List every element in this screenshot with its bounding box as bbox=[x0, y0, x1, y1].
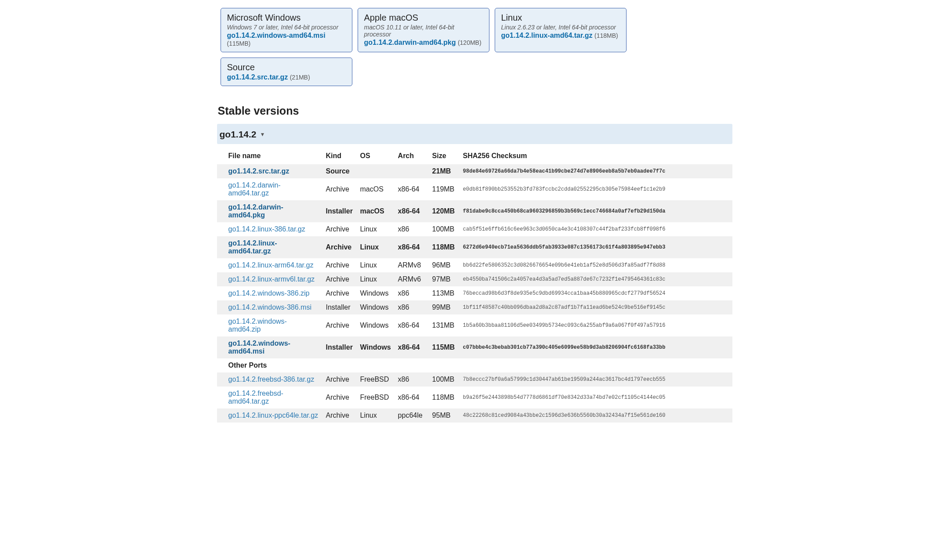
featured-subtitle: Linux 2.6.23 or later, Intel 64-bit proc… bbox=[501, 24, 620, 31]
cell-kind: Installer bbox=[322, 300, 357, 314]
download-link[interactable]: go1.14.2.linux-arm64.tar.gz bbox=[228, 261, 314, 269]
cell-arch: x86 bbox=[395, 222, 429, 236]
featured-downloads: Microsoft WindowsWindows 7 or later, Int… bbox=[217, 0, 732, 91]
featured-subtitle: Windows 7 or later, Intel 64-bit process… bbox=[227, 24, 346, 31]
table-row: go1.14.2.windows-386.msiInstallerWindows… bbox=[217, 300, 732, 314]
cell-os: macOS bbox=[357, 200, 395, 222]
cell-kind: Archive bbox=[322, 178, 357, 200]
cell-os: FreeBSD bbox=[357, 372, 395, 387]
cell-size: 113MB bbox=[429, 286, 460, 300]
featured-title: Microsoft Windows bbox=[227, 13, 346, 23]
col-sha: SHA256 Checksum bbox=[460, 148, 732, 164]
section-title-stable: Stable versions bbox=[218, 105, 732, 117]
version-label: go1.14.2 bbox=[220, 129, 257, 140]
cell-arch: x86-64 bbox=[395, 236, 429, 258]
col-size: Size bbox=[429, 148, 460, 164]
table-row: go1.14.2.linux-armv6l.tar.gzArchiveLinux… bbox=[217, 272, 732, 286]
cell-size: 120MB bbox=[429, 200, 460, 222]
cell-sha: 98de84e69726a66da7b4e58eac41b99cbe274d7e… bbox=[460, 164, 732, 178]
cell-size: 100MB bbox=[429, 372, 460, 387]
page-container: Microsoft WindowsWindows 7 or later, Int… bbox=[217, 0, 732, 436]
featured-file-link[interactable]: go1.14.2.linux-amd64.tar.gz bbox=[501, 32, 593, 39]
cell-sha: 48c22268c81ced9084a43bbe2c1596d3e636b556… bbox=[460, 408, 732, 423]
other-ports-header: Other Ports bbox=[217, 358, 732, 372]
cell-kind: Archive bbox=[322, 372, 357, 387]
download-link[interactable]: go1.14.2.linux-ppc64le.tar.gz bbox=[228, 412, 319, 419]
cell-arch: x86 bbox=[395, 286, 429, 300]
table-row: go1.14.2.src.tar.gzSource21MB98de84e6972… bbox=[217, 164, 732, 178]
table-row: go1.14.2.linux-arm64.tar.gzArchiveLinuxA… bbox=[217, 258, 732, 272]
cell-arch: ARMv8 bbox=[395, 258, 429, 272]
table-row: go1.14.2.windows-amd64.zipArchiveWindows… bbox=[217, 314, 732, 336]
cell-kind: Archive bbox=[322, 236, 357, 258]
featured-file-link[interactable]: go1.14.2.src.tar.gz bbox=[227, 73, 288, 81]
cell-os: Linux bbox=[357, 258, 395, 272]
cell-os: Windows bbox=[357, 314, 395, 336]
download-link[interactable]: go1.14.2.windows-amd64.msi bbox=[228, 340, 290, 355]
cell-os: Linux bbox=[357, 408, 395, 423]
table-row: go1.14.2.windows-386.zipArchiveWindowsx8… bbox=[217, 286, 732, 300]
cell-arch: x86 bbox=[395, 300, 429, 314]
cell-os: Windows bbox=[357, 336, 395, 358]
cell-kind: Archive bbox=[322, 272, 357, 286]
cell-size: 21MB bbox=[429, 164, 460, 178]
featured-box[interactable]: Apple macOSmacOS 10.11 or later, Intel 6… bbox=[358, 8, 489, 52]
cell-sha: bb6d22fe5806352c3d0826676654e09b6e41eb1a… bbox=[460, 258, 732, 272]
table-row: go1.14.2.linux-386.tar.gzArchiveLinuxx86… bbox=[217, 222, 732, 236]
cell-kind: Archive bbox=[322, 408, 357, 423]
table-row: go1.14.2.freebsd-amd64.tar.gzArchiveFree… bbox=[217, 387, 732, 408]
download-link[interactable]: go1.14.2.windows-amd64.zip bbox=[228, 318, 287, 333]
cell-size: 118MB bbox=[429, 387, 460, 408]
cell-sha: b9a26f5e2443898b54d7778d6861df70e8342d33… bbox=[460, 387, 732, 408]
col-os: OS bbox=[357, 148, 395, 164]
download-link[interactable]: go1.14.2.linux-386.tar.gz bbox=[228, 225, 305, 233]
cell-arch: x86-64 bbox=[395, 336, 429, 358]
cell-arch: x86-64 bbox=[395, 178, 429, 200]
cell-arch: ARMv6 bbox=[395, 272, 429, 286]
cell-size: 95MB bbox=[429, 408, 460, 423]
download-link[interactable]: go1.14.2.darwin-amd64.pkg bbox=[228, 203, 283, 219]
featured-box[interactable]: Microsoft WindowsWindows 7 or later, Int… bbox=[221, 8, 352, 52]
cell-sha: 1b5a60b3bbaa81106d5ee03499b5734ec093c6a2… bbox=[460, 314, 732, 336]
featured-title: Apple macOS bbox=[364, 13, 483, 23]
download-link[interactable]: go1.14.2.windows-386.msi bbox=[228, 303, 312, 311]
table-row: go1.14.2.windows-amd64.msiInstallerWindo… bbox=[217, 336, 732, 358]
cell-os: Windows bbox=[357, 300, 395, 314]
cell-arch: x86-64 bbox=[395, 200, 429, 222]
table-row: go1.14.2.darwin-amd64.tar.gzArchivemacOS… bbox=[217, 178, 732, 200]
cell-sha: c07bbbe4c3bebab301cb77a390c405e6099ee58b… bbox=[460, 336, 732, 358]
cell-sha: e0db81f890bb253552b3fd783fccbc2cdda02552… bbox=[460, 178, 732, 200]
featured-file-link[interactable]: go1.14.2.windows-amd64.msi bbox=[227, 32, 326, 39]
featured-title: Source bbox=[227, 62, 346, 72]
cell-os: Linux bbox=[357, 236, 395, 258]
featured-size: (118MB) bbox=[594, 32, 618, 39]
cell-arch: ppc64le bbox=[395, 408, 429, 423]
chevron-down-icon: ▼ bbox=[260, 131, 265, 137]
cell-os: Windows bbox=[357, 286, 395, 300]
featured-file-link[interactable]: go1.14.2.darwin-amd64.pkg bbox=[364, 39, 456, 46]
download-link[interactable]: go1.14.2.linux-amd64.tar.gz bbox=[228, 239, 277, 255]
download-link[interactable]: go1.14.2.src.tar.gz bbox=[228, 167, 290, 175]
table-row: go1.14.2.freebsd-386.tar.gzArchiveFreeBS… bbox=[217, 372, 732, 387]
download-link[interactable]: go1.14.2.darwin-amd64.tar.gz bbox=[228, 181, 281, 197]
other-ports-label: Other Ports bbox=[217, 358, 732, 372]
cell-arch: x86 bbox=[395, 372, 429, 387]
cell-sha: 7b8eccc27bf0a6a57999c1d30447ab61be19509a… bbox=[460, 372, 732, 387]
cell-kind: Archive bbox=[322, 387, 357, 408]
cell-kind: Archive bbox=[322, 314, 357, 336]
version-toggle[interactable]: go1.14.2 ▼ bbox=[217, 124, 732, 144]
featured-box[interactable]: Sourcego1.14.2.src.tar.gz (21MB) bbox=[221, 58, 352, 86]
cell-kind: Archive bbox=[322, 286, 357, 300]
featured-subtitle: macOS 10.11 or later, Intel 64-bit proce… bbox=[364, 24, 483, 38]
download-link[interactable]: go1.14.2.freebsd-amd64.tar.gz bbox=[228, 390, 283, 405]
download-link[interactable]: go1.14.2.windows-386.zip bbox=[228, 289, 310, 297]
cell-size: 119MB bbox=[429, 178, 460, 200]
table-header-row: File name Kind OS Arch Size SHA256 Check… bbox=[217, 148, 732, 164]
cell-size: 96MB bbox=[429, 258, 460, 272]
cell-size: 131MB bbox=[429, 314, 460, 336]
cell-sha: 6272d6e940ecb71ea5636ddb5fab3933e087c135… bbox=[460, 236, 732, 258]
download-link[interactable]: go1.14.2.freebsd-386.tar.gz bbox=[228, 376, 315, 383]
cell-sha: cab5f51e6ffb616c6ee963c3d0650ca4e3c41083… bbox=[460, 222, 732, 236]
download-link[interactable]: go1.14.2.linux-armv6l.tar.gz bbox=[228, 275, 315, 283]
featured-box[interactable]: LinuxLinux 2.6.23 or later, Intel 64-bit… bbox=[495, 8, 627, 52]
